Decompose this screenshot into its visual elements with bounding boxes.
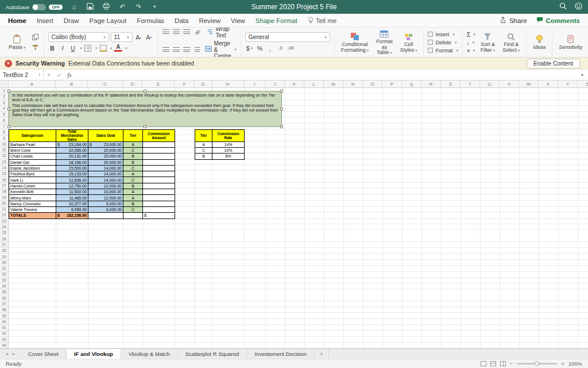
enable-content-button[interactable]: Enable Content (527, 59, 580, 68)
next-sheet-icon[interactable]: ▸ (13, 351, 15, 356)
row-number[interactable]: 3 (0, 100, 8, 106)
select-all-corner[interactable] (0, 80, 9, 87)
align-left-icon[interactable] (162, 45, 171, 54)
row-number[interactable]: 22 (0, 212, 8, 218)
search-icon[interactable] (559, 2, 567, 12)
clear-button[interactable]: ×▾ (467, 48, 475, 54)
column-header-Y[interactable]: Y (558, 80, 578, 87)
orientation-icon[interactable]: ab (191, 28, 203, 38)
cell-styles-button[interactable]: CellStyles▾ (398, 31, 420, 53)
row-number[interactable]: 42 (0, 331, 8, 336)
column-header-F[interactable]: F (175, 80, 195, 87)
normal-view-icon[interactable] (481, 361, 486, 366)
percent-format-icon[interactable]: % (256, 44, 264, 52)
row-number[interactable]: 14 (0, 165, 8, 171)
totals-label[interactable]: TOTALS (9, 213, 56, 218)
cell-commission[interactable] (143, 160, 175, 166)
conditional-formatting-button[interactable]: ConditionalFormatting▾ (339, 31, 371, 53)
column-header-N[interactable]: N (343, 80, 363, 87)
page-break-view-icon[interactable] (500, 361, 506, 366)
column-header-W[interactable]: W (519, 80, 539, 87)
selection-handle-w[interactable] (7, 108, 10, 110)
cell-goal[interactable]: 14,000.00 (88, 177, 123, 183)
cell-goal[interactable]: 9,000.00 (88, 201, 123, 207)
column-header-V[interactable]: V (500, 80, 519, 87)
row-number[interactable]: 24 (0, 224, 8, 230)
cell-goal[interactable]: 10,000.00 (88, 189, 123, 195)
borders-icon[interactable] (84, 44, 92, 52)
find-select-button[interactable]: Find &Select▾ (500, 31, 522, 53)
font-size-select[interactable]: 11▾ (111, 32, 133, 42)
cell-tier[interactable]: B (123, 154, 143, 159)
tab-review[interactable]: Review (199, 17, 220, 24)
cell-goal[interactable]: 12,000.00 (88, 183, 123, 189)
fill-color-icon[interactable] (99, 44, 107, 52)
smiley-icon[interactable] (575, 2, 582, 12)
selection-handle-sw[interactable] (7, 125, 10, 128)
tab-home[interactable]: Home (8, 17, 26, 24)
cell-commission[interactable] (143, 148, 175, 154)
row-number[interactable]: 28 (0, 248, 8, 254)
cell-salesperson[interactable]: Barbara Pearl (9, 142, 56, 148)
column-header-G[interactable]: G (195, 80, 212, 87)
zoom-level[interactable]: 100% (568, 361, 582, 367)
row-number[interactable]: 21 (0, 206, 8, 212)
selection-handle-e[interactable] (280, 108, 283, 110)
cell-goal[interactable]: 14,000.00 (88, 171, 123, 177)
cancel-icon[interactable]: × (44, 72, 54, 78)
column-header-K[interactable]: K (285, 80, 304, 87)
sheet-tab-cover-sheet[interactable]: Cover Sheet (21, 349, 67, 359)
increase-font-icon[interactable]: A▴ (134, 33, 143, 41)
row-number[interactable]: 34 (0, 283, 8, 289)
autosave-toggle[interactable]: AutoSave OFF (6, 4, 63, 10)
prev-sheet-icon[interactable]: ◂ (6, 351, 8, 356)
cell-sales[interactable]: $23,164.00 (56, 142, 88, 148)
cell-tier[interactable]: A (123, 195, 143, 201)
column-header-Q[interactable]: Q (402, 80, 421, 87)
cell-salesperson[interactable]: Brent Cone (9, 148, 56, 154)
align-middle-icon[interactable] (172, 28, 181, 36)
column-header-L[interactable]: L (304, 80, 324, 87)
row-number[interactable]: 20 (0, 201, 8, 206)
cell-commission[interactable] (143, 177, 175, 183)
italic-button[interactable]: I (59, 44, 67, 52)
column-header-A[interactable]: A (9, 80, 56, 87)
cell-tier[interactable]: C (123, 148, 143, 154)
cell-salesperson[interactable]: Fredrica Byrd (9, 171, 56, 177)
cell-sales[interactable]: 11,500.00 (56, 189, 88, 195)
row-number[interactable]: 25 (0, 230, 8, 236)
cell-commission[interactable] (143, 154, 175, 159)
cell-sales[interactable]: 10,377.00 (56, 201, 88, 207)
column-header-Z[interactable]: Z (578, 80, 588, 87)
row-number[interactable]: 36 (0, 296, 8, 301)
add-sheet-button[interactable]: + (315, 349, 329, 359)
tab-draw[interactable]: Draw (64, 17, 79, 24)
name-box[interactable]: TextBox 2 ▴▾ (0, 70, 44, 80)
column-header-H[interactable]: H (212, 80, 244, 87)
toolbar-options-icon[interactable]: ▾ (150, 3, 159, 11)
row-number[interactable]: 16 (0, 177, 8, 183)
number-format-select[interactable]: General▾ (245, 32, 330, 42)
underline-button[interactable]: U (69, 44, 78, 52)
align-top-icon[interactable] (162, 28, 171, 36)
sheet-grid[interactable]: 1234567891011121314151617181920212223242… (0, 88, 588, 348)
cell-salesperson[interactable]: Nancy Coronado (9, 201, 56, 207)
cell-commission[interactable] (143, 166, 175, 171)
lookup-tier[interactable]: A (195, 142, 212, 148)
cell-tier[interactable]: B (123, 160, 143, 166)
redo-icon[interactable]: ↷ (134, 3, 143, 11)
cell-sales[interactable]: 11,465.00 (56, 195, 88, 201)
zoom-out-icon[interactable]: − (510, 361, 513, 367)
lookup-rate[interactable]: 10% (212, 148, 245, 154)
formula-bar-expand-icon[interactable]: ▾ (577, 72, 588, 78)
print-icon[interactable] (102, 3, 111, 12)
column-header-D[interactable]: D (123, 80, 142, 87)
cell-sales[interactable]: 20,131.00 (56, 154, 88, 159)
font-color-icon[interactable]: A (114, 44, 122, 52)
cell-salesperson[interactable]: Hark Li (9, 177, 56, 183)
column-header-O[interactable]: O (363, 80, 382, 87)
name-box-stepper-icon[interactable]: ▴▾ (39, 72, 40, 78)
row-number[interactable]: 12 (0, 153, 8, 159)
autosave-switch-icon[interactable] (32, 4, 46, 10)
row-number[interactable]: 29 (0, 254, 8, 259)
